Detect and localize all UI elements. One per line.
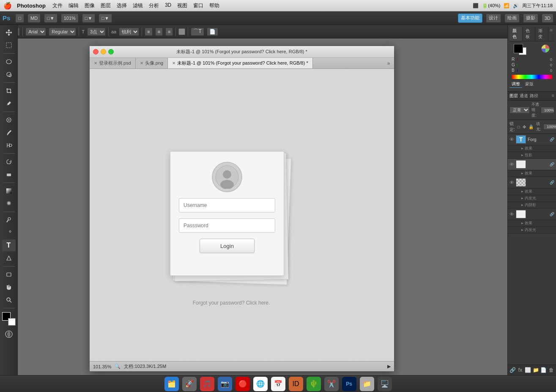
paragraph-btn[interactable]: 📄 [207,27,218,36]
align-center-btn[interactable]: ≡ [155,27,163,36]
dodge-tool[interactable] [2,214,16,226]
layer-visibility-btn[interactable]: 👁 [509,180,514,185]
brush-tool[interactable] [2,127,16,139]
layer-item-checker[interactable]: 👁 🔗 [508,177,556,188]
login-button[interactable]: Login [200,239,255,253]
link-layers-btn[interactable]: 🔗 [509,366,516,374]
marquee-tool[interactable] [2,39,16,51]
quick-select-tool[interactable] [2,68,16,80]
text-color-swatch[interactable] [178,28,185,35]
blend-mode-select[interactable]: 正常 [509,106,530,114]
menu-file[interactable]: 文件 [52,2,63,9]
workspace-basic-btn[interactable]: 基本功能 [458,14,482,23]
menu-view[interactable]: 视图 [177,2,187,9]
pen-tool[interactable] [2,227,16,239]
dock-green-app[interactable]: 🌵 [307,377,321,391]
hand-tool[interactable] [2,281,16,293]
fg-swatch[interactable] [514,44,523,53]
healing-tool[interactable] [2,114,16,126]
font-size-select[interactable]: 3点 [87,27,106,36]
color-tab[interactable]: 颜色 [509,27,523,41]
dock-folder[interactable]: 📁 [360,377,374,391]
workspace-design-btn[interactable]: 设计 [486,14,501,23]
layer-item-rect2[interactable]: 👁 🔗 [508,209,556,220]
background-color[interactable] [8,318,16,326]
panel-options-btn[interactable]: ≡ [548,27,554,41]
menu-layer[interactable]: 图层 [101,2,111,9]
font-style-select[interactable]: Regular [49,27,76,36]
move-tool[interactable] [2,27,16,38]
window-close-btn[interactable] [93,49,99,54]
arrange-btn[interactable]: □▼ [82,14,96,23]
quick-mask-btn[interactable] [2,328,16,340]
layers-options-btn[interactable]: ≡ [552,93,554,99]
tab-close-icon[interactable]: ✕ [172,61,175,65]
shape-tool[interactable] [2,269,16,280]
tab-close-icon[interactable]: ✕ [94,61,97,65]
dock-indesign[interactable]: ID [289,377,303,391]
layer-item-rect[interactable]: 👁 🔗 [508,159,556,170]
swatches-tab[interactable]: 色板 [523,27,536,41]
menu-help[interactable]: 帮助 [209,2,219,9]
menu-analyze[interactable]: 分析 [149,2,159,9]
menu-select[interactable]: 选择 [117,2,127,9]
levels-tab[interactable]: 蒙版 [523,81,536,88]
forgot-password-link[interactable]: Forgot your password? Click here. [193,300,270,306]
dock-finder[interactable]: 🗂️ [164,377,179,391]
menu-3d[interactable]: 3D [165,2,171,9]
add-style-btn[interactable]: fx [517,366,523,374]
history-brush-tool[interactable] [2,156,16,168]
lock-all-btn[interactable]: 🔒 [529,125,534,129]
gradient-tab[interactable]: 渐变 [535,27,548,41]
file-btn[interactable]: □ [15,14,24,23]
dock-ps[interactable]: Ps [342,377,356,391]
tab-overflow-arrow[interactable]: » [383,58,394,68]
layer-item-text[interactable]: 👁 T Forg 🔗 [508,134,556,145]
layer-visibility-btn[interactable]: 👁 [509,137,514,142]
channels-tab[interactable]: 通道 [520,93,528,99]
scroll-right-btn[interactable]: ▶ [387,364,391,369]
dock-itunes[interactable]: 🎵 [200,377,214,391]
tab-close-icon[interactable]: ✕ [140,61,143,65]
dock-red-app[interactable]: 🔴 [236,377,250,391]
password-input[interactable] [179,218,275,233]
menu-window[interactable]: 窗口 [193,2,203,9]
dock-ical[interactable]: 📅 [271,377,285,391]
lock-pixels-btn[interactable]: □ [518,125,520,129]
layers-tab[interactable]: 图层 [509,93,518,99]
dock-launchpad[interactable]: 🚀 [182,377,197,391]
r-bar[interactable] [517,58,542,61]
username-input[interactable] [179,198,275,212]
apple-menu-icon[interactable]: 🍎 [3,2,12,10]
layer-visibility-btn[interactable]: 👁 [509,162,514,167]
window-maximize-btn[interactable] [108,49,114,54]
type-tool[interactable]: T [2,240,16,251]
md-btn[interactable]: MD [27,14,41,23]
color-spectrum[interactable] [512,75,552,79]
workspace-3d-btn[interactable]: 3D [542,14,553,23]
workspace-photo-btn[interactable]: 摄影 [523,14,538,23]
crop-tool[interactable] [2,85,16,97]
workspace-paint-btn[interactable]: 绘画 [504,14,520,23]
align-left-btn[interactable]: ≡ [145,27,152,36]
clone-stamp-tool[interactable] [2,139,16,151]
dock-iphoto[interactable]: 📷 [218,377,232,391]
zoom-tool[interactable] [2,294,16,306]
dock-chrome[interactable]: 🌐 [253,377,268,391]
delete-layer-btn[interactable]: 🗑 [548,366,555,374]
layout-btn[interactable]: □▼ [44,14,58,23]
zoom-btn[interactable]: 101% [61,14,79,23]
menu-edit[interactable]: 编辑 [68,2,79,9]
fg-bg-colors[interactable] [2,312,16,326]
eraser-tool[interactable] [2,169,16,180]
add-mask-btn[interactable]: ⬜ [525,366,531,374]
align-right-btn[interactable]: ≡ [165,27,173,36]
g-bar[interactable] [517,63,542,67]
tab-untitled[interactable]: ✕ 未标题-1 @ 101% (Forgot your password? Cl… [168,58,313,68]
new-group-btn[interactable]: 📁 [532,366,539,374]
font-family-select[interactable]: Arial [25,27,46,36]
anti-alias-select[interactable]: 锐利 [119,27,139,36]
tab-avatar-png[interactable]: ✕ 头像.png [136,58,168,68]
b-bar[interactable] [517,69,542,72]
lock-position-btn[interactable]: ✥ [523,125,526,129]
